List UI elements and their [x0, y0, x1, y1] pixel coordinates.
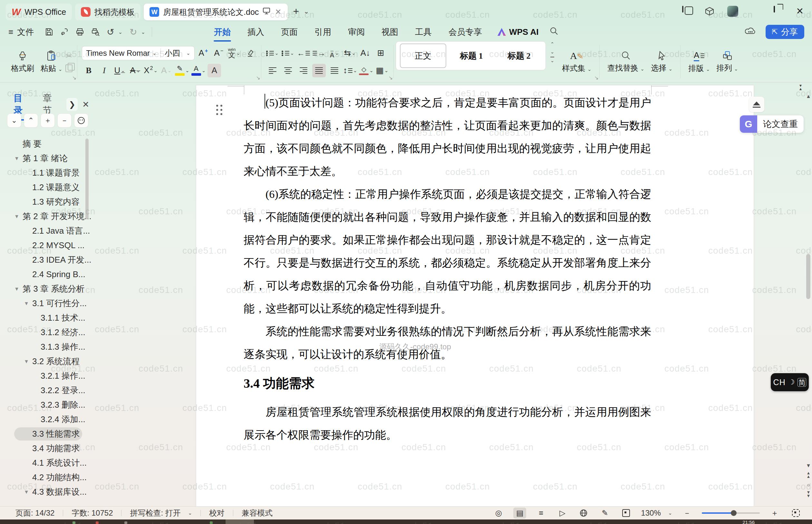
tab-layout-icon[interactable] [682, 6, 692, 16]
outline-item[interactable]: ▼ 3.1 可行性分... [0, 296, 85, 311]
outline-item[interactable]: ▼ 2.1 Java 语言... [0, 224, 85, 238]
align-right-icon[interactable] [297, 64, 310, 77]
font-size-select[interactable]: 小四⌄ [161, 48, 194, 58]
sidebar-scrollbar-thumb[interactable] [85, 138, 88, 219]
print-preview-icon[interactable] [91, 28, 100, 36]
ime-indicator[interactable]: CH ☽ 简 [771, 373, 809, 391]
expand-all-icon[interactable]: ⌄ [7, 113, 21, 128]
cloud-sync-icon[interactable] [745, 27, 756, 37]
sort-icon[interactable]: A↓ [359, 46, 372, 60]
hamburger-icon[interactable]: ≡ [9, 27, 13, 37]
scrollbar-thumb[interactable] [806, 254, 810, 299]
proofread-button[interactable]: 校对 [201, 508, 233, 518]
menu-tab[interactable]: 插入 [247, 23, 265, 41]
document-block[interactable]: 3.4 功能需求 [244, 374, 651, 393]
font-group-expander-icon[interactable]: ↘ [256, 75, 260, 81]
page-indicator[interactable]: 页面: 14/32 [7, 508, 63, 518]
focus-frame-icon[interactable] [620, 508, 632, 519]
align-center-icon[interactable] [281, 64, 295, 77]
page-view-icon[interactable]: ▤ [513, 508, 526, 519]
export-pdf-icon[interactable] [60, 28, 69, 36]
menu-tab[interactable]: 引用 [314, 23, 332, 41]
styles-group-expander-icon[interactable]: ↘ [594, 75, 598, 81]
strikethrough-button[interactable]: A⌄ [128, 64, 142, 77]
next-page-icon[interactable]: ▼▼ [806, 491, 811, 497]
menu-tab[interactable]: 视图 [381, 23, 399, 41]
bold-button[interactable]: B [82, 64, 95, 77]
zoom-level[interactable]: 130% ⌄ [641, 509, 672, 518]
outline-item[interactable]: ▼ 3.2 系统流程 [0, 354, 85, 369]
outline-item[interactable]: ▼ 2.4 Spring B... [0, 267, 85, 282]
style-scroll-up-icon[interactable]: ⌃ [550, 41, 554, 47]
menu-tab[interactable]: 开始 [213, 23, 231, 41]
distribute-icon[interactable] [328, 64, 341, 77]
numbered-list-icon[interactable]: ⌄ [281, 46, 295, 60]
collapse-arrow-icon[interactable]: ▼ [14, 286, 19, 292]
menu-tab[interactable]: 审阅 [347, 23, 365, 41]
save-icon[interactable] [45, 28, 53, 36]
paper-plagiarism-check-button[interactable]: G 论文查重 [740, 115, 803, 133]
scroll-down-arrow-icon[interactable]: ▼ [806, 463, 811, 469]
collapse-arrow-icon[interactable]: ▼ [24, 359, 29, 364]
ink-pen-icon[interactable]: ✎ [598, 508, 611, 519]
new-tab-button[interactable]: + [293, 6, 299, 16]
restore-button[interactable] [774, 6, 783, 16]
superscript-button[interactable]: X2⌄ [144, 64, 158, 77]
text-direction-icon[interactable]: ⇆⌄ [343, 46, 357, 60]
fullscreen-icon[interactable] [790, 508, 802, 519]
outline-item[interactable]: ▼ 1.2 课题意义 [0, 180, 85, 195]
outline-item[interactable]: ▼ 2.2 MYSQL ... [0, 238, 85, 253]
undo-chevron-icon[interactable]: ⌄ [118, 29, 122, 35]
minimize-button[interactable] [751, 6, 761, 16]
outline-item[interactable]: ▼ 3.2.1 操作... [0, 369, 85, 383]
paragraph-drag-handle-icon[interactable] [216, 105, 222, 115]
zoom-out-outline-icon[interactable]: － [57, 113, 71, 128]
outline-item[interactable]: ▼ 1.3 研究内容 [0, 195, 85, 209]
character-scale-icon[interactable]: ↔A⌄ [328, 46, 341, 60]
collapse-ribbon-icon[interactable]: ▾▴ [799, 84, 802, 90]
outline-item[interactable]: ▼ 3.3 性能需求 [0, 427, 85, 441]
underline-button[interactable]: U⌄ [113, 64, 126, 77]
collapse-all-icon[interactable]: ⌃ [24, 113, 38, 128]
menu-tab[interactable]: 页面 [280, 23, 298, 41]
style-option[interactable]: 正文 [400, 44, 446, 68]
tab-docer-templates[interactable]: 找稻壳模板 [75, 3, 140, 20]
document-page[interactable]: (5)页面设计问题：功能符合要求之后，肯定是要丰富页面的。页面设计才是用户长时间… [196, 85, 754, 507]
format-painter-button[interactable]: 格式刷 [8, 48, 37, 76]
outline-item[interactable]: ▼ 4.3 数据库设... [0, 485, 85, 499]
font-name-select[interactable]: Times New Romar⌄ [82, 49, 160, 58]
copy-icon[interactable] [65, 64, 72, 72]
outline-item[interactable]: ▼ 4.1 系统设计... [0, 456, 85, 470]
justify-icon[interactable] [312, 64, 326, 77]
reading-eye-icon[interactable]: ◎ [492, 508, 505, 519]
outline-item[interactable]: ▼ 摘 要 [0, 137, 85, 151]
scroll-up-arrow-icon[interactable]: ▲ [806, 94, 811, 99]
paragraph-group-expander-icon[interactable]: ↘ [388, 75, 393, 81]
outline-item[interactable]: ▼ 2.3 IDEA 开发... [0, 253, 85, 267]
outline-item[interactable]: ▼ 3.2.2 登录... [0, 383, 85, 398]
zoom-out-icon[interactable]: － [681, 508, 693, 519]
document-block[interactable]: 房屋租赁管理系统管理系统根据使用权限的角度进行功能分析，并运用用例图来展示各个权… [244, 400, 651, 446]
decrease-indent-icon[interactable]: ← [297, 46, 310, 60]
paste-button[interactable]: 粘贴 ⌄ [37, 48, 65, 76]
share-button[interactable]: ⇱ 分享 [766, 25, 804, 39]
align-left-icon[interactable] [266, 64, 279, 77]
pinyin-guide-icon[interactable]: wén文⌄ [228, 46, 241, 60]
borders-icon[interactable]: ▦⌄ [376, 64, 389, 77]
wps-ai-button[interactable]: WPS AI [498, 27, 538, 37]
clear-format-icon[interactable] [243, 46, 256, 60]
tab-close-icon[interactable]: ✕ [274, 7, 282, 16]
zoom-slider-handle[interactable] [731, 510, 736, 516]
browse-object-icon[interactable]: ○ [806, 483, 811, 487]
outline-view-icon[interactable]: ≡ [534, 508, 547, 519]
sidebar-expand-icon[interactable]: ❯ [66, 98, 78, 111]
arrange-button[interactable]: 排列 ⌄ [713, 49, 741, 75]
collapse-arrow-icon[interactable]: ▼ [24, 301, 29, 307]
character-shading-button[interactable]: A [208, 64, 221, 77]
sidebar-close-icon[interactable]: ✕ [82, 100, 89, 110]
monitor-icon[interactable] [263, 7, 270, 16]
play-presentation-icon[interactable]: ▷ [556, 508, 569, 519]
menu-tab[interactable]: 会员专享 [448, 23, 483, 41]
shading-icon[interactable]: ◇⌄ [359, 64, 374, 77]
highlight-color-button[interactable]: ✎⌄ [175, 64, 189, 77]
